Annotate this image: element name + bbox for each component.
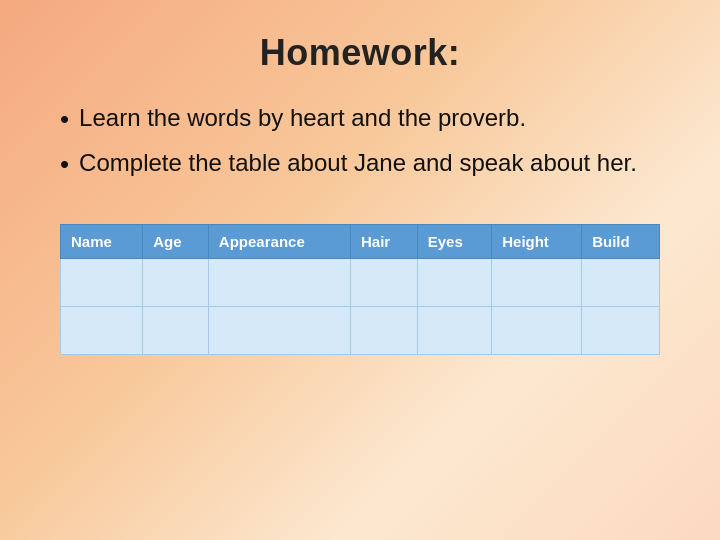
cell-r2-height (492, 307, 582, 355)
cell-r1-height (492, 259, 582, 307)
homework-table: Name Age Appearance Hair Eyes Height Bui… (60, 224, 660, 355)
bullet-list: Learn the words by heart and the proverb… (60, 102, 660, 192)
col-header-eyes: Eyes (417, 225, 492, 259)
cell-r2-appearance (208, 307, 350, 355)
cell-r1-name (61, 259, 143, 307)
slide-title: Homework: (60, 32, 660, 74)
cell-r1-eyes (417, 259, 492, 307)
col-header-age: Age (143, 225, 209, 259)
cell-r2-name (61, 307, 143, 355)
table-row (61, 259, 660, 307)
col-header-height: Height (492, 225, 582, 259)
cell-r2-age (143, 307, 209, 355)
col-header-appearance: Appearance (208, 225, 350, 259)
table-wrapper: Name Age Appearance Hair Eyes Height Bui… (60, 224, 660, 355)
bullet-item-1: Learn the words by heart and the proverb… (60, 102, 660, 137)
cell-r1-hair (350, 259, 417, 307)
cell-r1-appearance (208, 259, 350, 307)
col-header-name: Name (61, 225, 143, 259)
bullet-text-2: Complete the table about Jane and speak … (79, 147, 637, 179)
bullet-text-1: Learn the words by heart and the proverb… (79, 102, 526, 134)
cell-r2-hair (350, 307, 417, 355)
slide: Homework: Learn the words by heart and t… (0, 0, 720, 540)
col-header-build: Build (582, 225, 660, 259)
table-header-row: Name Age Appearance Hair Eyes Height Bui… (61, 225, 660, 259)
cell-r2-build (582, 307, 660, 355)
cell-r1-build (582, 259, 660, 307)
table-row (61, 307, 660, 355)
cell-r2-eyes (417, 307, 492, 355)
col-header-hair: Hair (350, 225, 417, 259)
bullet-item-2: Complete the table about Jane and speak … (60, 147, 660, 182)
cell-r1-age (143, 259, 209, 307)
